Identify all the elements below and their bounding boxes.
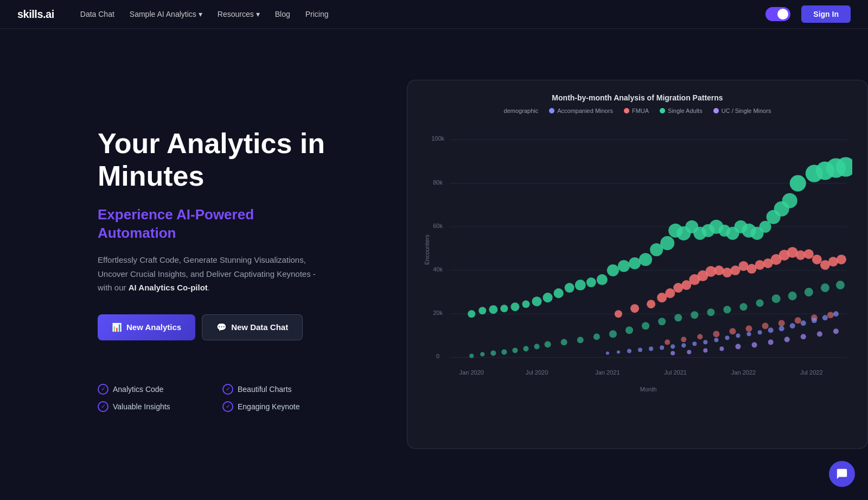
svg-point-63 — [512, 347, 518, 353]
svg-point-66 — [545, 341, 551, 347]
svg-point-115 — [729, 328, 736, 334]
chart-icon: 📊 — [112, 322, 122, 332]
nav-resources[interactable]: Resources ▾ — [218, 10, 260, 18]
svg-text:Jan 2020: Jan 2020 — [459, 370, 484, 376]
svg-text:Jul 2020: Jul 2020 — [526, 370, 548, 376]
svg-point-65 — [534, 344, 540, 349]
svg-point-73 — [658, 318, 666, 325]
navbar: skills.ai Data Chat Sample AI Analytics … — [0, 0, 868, 29]
hero-right: Month-by-month Analysis of Migration Pat… — [358, 29, 868, 500]
chevron-down-icon: ▾ — [256, 10, 260, 18]
svg-point-131 — [817, 331, 822, 337]
svg-point-100 — [755, 260, 765, 270]
new-analytics-button[interactable]: 📊 New Analytics — [98, 314, 195, 340]
check-icon: ✓ — [98, 384, 108, 395]
svg-point-24 — [510, 302, 519, 311]
features-grid: ✓ Analytics Code ✓ Beautiful Charts ✓ Va… — [98, 384, 326, 412]
svg-point-137 — [649, 346, 653, 351]
svg-point-152 — [812, 318, 817, 323]
svg-point-150 — [790, 323, 795, 328]
chart-container: Month-by-month Analysis of Migration Pat… — [407, 80, 868, 449]
svg-point-27 — [543, 293, 553, 302]
new-data-chat-button[interactable]: 💬 New Data Chat — [202, 314, 303, 340]
svg-point-124 — [703, 348, 707, 352]
svg-point-142 — [703, 340, 707, 344]
svg-point-127 — [752, 342, 757, 347]
svg-point-81 — [788, 292, 797, 300]
svg-text:60k: 60k — [433, 223, 443, 229]
svg-point-138 — [660, 345, 664, 350]
demographic-label: demographic — [504, 107, 539, 114]
svg-point-141 — [692, 341, 697, 346]
svg-text:Jan 2021: Jan 2021 — [595, 370, 620, 376]
svg-point-64 — [523, 346, 528, 351]
svg-point-34 — [618, 260, 630, 272]
svg-point-145 — [736, 333, 740, 338]
svg-point-70 — [609, 330, 617, 338]
nav-pricing[interactable]: Pricing — [305, 10, 329, 18]
svg-point-116 — [746, 325, 752, 332]
svg-text:Encounters: Encounters — [424, 235, 430, 265]
svg-point-147 — [758, 330, 762, 334]
svg-point-130 — [801, 334, 806, 339]
svg-point-153 — [822, 315, 828, 320]
sign-in-button[interactable]: Sign In — [801, 5, 851, 23]
svg-point-118 — [778, 320, 785, 326]
svg-text:20k: 20k — [433, 309, 443, 316]
theme-toggle[interactable] — [765, 7, 790, 21]
svg-point-134 — [617, 350, 620, 353]
svg-point-140 — [681, 343, 686, 347]
svg-point-126 — [735, 344, 741, 349]
nav-links: Data Chat Sample AI Analytics ▾ Resource… — [80, 10, 749, 18]
svg-point-32 — [597, 274, 608, 285]
svg-point-74 — [674, 314, 682, 321]
svg-point-121 — [827, 312, 834, 318]
svg-point-82 — [805, 288, 813, 296]
svg-point-75 — [691, 311, 698, 319]
feature-valuable-insights: ✓ Valuable Insights — [98, 401, 201, 412]
svg-point-21 — [478, 307, 486, 314]
svg-text:Jul 2022: Jul 2022 — [800, 370, 823, 376]
svg-point-38 — [660, 236, 674, 250]
svg-point-79 — [756, 299, 764, 307]
nav-sample-ai-analytics[interactable]: Sample AI Analytics ▾ — [130, 10, 202, 18]
check-icon: ✓ — [222, 384, 233, 395]
svg-text:0: 0 — [436, 353, 439, 359]
svg-point-151 — [801, 320, 806, 326]
svg-point-106 — [804, 249, 814, 259]
svg-point-60 — [480, 352, 484, 356]
svg-point-23 — [500, 305, 508, 312]
chart-svg: 100k 80k 60k 40k 20k 0 Encounters — [423, 119, 852, 413]
svg-point-143 — [714, 338, 718, 342]
svg-point-62 — [501, 349, 507, 355]
svg-text:Month: Month — [640, 386, 657, 393]
svg-text:100k: 100k — [431, 135, 444, 142]
svg-point-132 — [833, 328, 839, 334]
nav-right: Sign In — [765, 5, 851, 23]
svg-point-85 — [615, 310, 622, 318]
svg-point-72 — [642, 322, 649, 330]
svg-point-68 — [577, 337, 584, 343]
svg-point-114 — [713, 331, 719, 337]
svg-point-154 — [833, 311, 839, 317]
svg-point-119 — [795, 317, 801, 324]
chart-area: 100k 80k 60k 40k 20k 0 Encounters — [423, 119, 852, 413]
nav-blog[interactable]: Blog — [275, 10, 290, 18]
svg-point-77 — [723, 306, 731, 313]
feature-analytics-code: ✓ Analytics Code — [98, 384, 201, 395]
chat-icon — [836, 468, 848, 480]
chat-icon: 💬 — [216, 322, 227, 332]
svg-point-71 — [626, 326, 633, 334]
svg-point-144 — [725, 336, 729, 340]
logo[interactable]: skills.ai — [17, 8, 54, 21]
svg-point-29 — [565, 283, 575, 293]
svg-point-133 — [606, 351, 609, 355]
svg-point-117 — [762, 322, 769, 329]
svg-point-54 — [790, 175, 806, 192]
chat-bubble-button[interactable] — [829, 461, 855, 487]
svg-point-33 — [607, 264, 619, 276]
legend-dot-fmua — [624, 108, 629, 113]
svg-point-35 — [629, 257, 641, 269]
legend-dot-single-adults — [660, 108, 665, 113]
nav-data-chat[interactable]: Data Chat — [80, 10, 114, 18]
